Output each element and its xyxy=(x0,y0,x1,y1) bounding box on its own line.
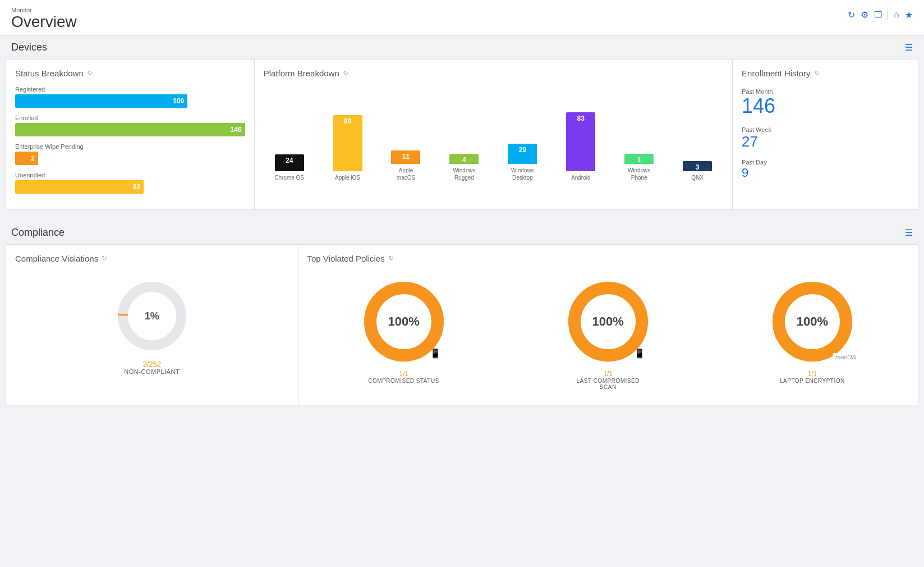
violations-stat-label: NON-COMPLIANT xyxy=(124,368,180,375)
chrome-value: 24 xyxy=(286,157,293,164)
platform-breakdown-card: Platform Breakdown ↻ 24 Chrome OS 80 App… xyxy=(255,60,733,209)
qnx-value: 3 xyxy=(696,163,700,171)
policy-laptop-encryption: 100% macOS 1/1 LAPTOP ENCRYPTION xyxy=(767,277,857,390)
android-icon-2: 📱 xyxy=(634,348,645,359)
registered-value: 109 xyxy=(173,97,184,105)
chrome-label: Chrome OS xyxy=(274,174,304,181)
top-violated-title: Top Violated Policies ↻ xyxy=(307,254,909,263)
macos-badge: macOS xyxy=(833,353,858,361)
win-rugged-label: WindowsRugged xyxy=(453,167,476,181)
devices-section-header: Devices ☰ xyxy=(0,36,924,59)
policy1-pct: 100% xyxy=(388,314,419,329)
compliance-cards: Compliance Violations ↻ 1% 3/252 NON-COM… xyxy=(6,244,918,405)
violations-donut-wrapper: 1% 3/252 NON-COMPLIANT xyxy=(15,271,289,381)
policy3-pct: 100% xyxy=(797,314,828,329)
registered-bar: 109 xyxy=(15,94,245,108)
export-icon[interactable]: ❐ xyxy=(874,10,882,20)
enrollment-past-day: Past Day 9 xyxy=(742,157,909,187)
enrollment-past-week: Past Week 27 xyxy=(742,124,909,157)
home-icon[interactable]: ⌂ xyxy=(894,10,899,20)
unenrolled-label: Unenrolled xyxy=(15,172,245,179)
platform-refresh-icon[interactable]: ↻ xyxy=(343,69,348,77)
enrollment-history-title: Enrollment History ↻ xyxy=(742,68,909,78)
compliance-section-header: Compliance ☰ xyxy=(0,221,924,244)
policy-compromised-status: 100% 📱 1/1 COMPROMISED STATUS xyxy=(359,277,449,390)
top-violated-policies-card: Top Violated Policies ↻ 100% 📱 xyxy=(298,245,918,405)
status-refresh-icon[interactable]: ↻ xyxy=(87,69,93,77)
enterprise-label: Enterprise Wipe Pending xyxy=(15,143,245,150)
violations-refresh-icon[interactable]: ↻ xyxy=(102,254,107,262)
platform-bar-chart: 24 Chrome OS 80 Apple iOS 11 ApplemacOS xyxy=(264,86,723,198)
compliance-menu-icon[interactable]: ☰ xyxy=(905,227,913,238)
past-day-value: 9 xyxy=(742,167,909,179)
devices-menu-icon[interactable]: ☰ xyxy=(905,42,913,53)
bar-col-qnx: 3 QNX xyxy=(672,161,723,181)
compliance-section: Compliance ☰ Compliance Violations ↻ 1% xyxy=(0,221,924,405)
macos-label: ApplemacOS xyxy=(397,167,415,181)
past-week-label: Past Week xyxy=(742,126,909,133)
past-month-value: 146 xyxy=(742,96,909,116)
violations-donut: 1% xyxy=(113,277,191,355)
policies-grid: 100% 📱 1/1 COMPROMISED STATUS xyxy=(307,271,909,396)
win-rugged-value: 4 xyxy=(462,156,466,164)
policy3-donut-container: 100% macOS xyxy=(767,277,857,367)
policy1-label: COMPROMISED STATUS xyxy=(368,378,439,384)
top-header: Monitor Overview ↻ ⚙ ❐ ⌂ ★ xyxy=(0,0,924,36)
ios-value: 80 xyxy=(344,117,351,125)
enrollment-history-card: Enrollment History ↻ Past Month 146 Past… xyxy=(733,60,918,209)
platform-breakdown-title: Platform Breakdown ↻ xyxy=(264,68,723,78)
policy1-donut-container: 100% 📱 xyxy=(359,277,449,367)
bar-col-win-desktop: 29 WindowsDesktop xyxy=(497,144,548,181)
devices-cards: Status Breakdown ↻ Registered 109 Enroll… xyxy=(6,59,918,210)
enrolled-label: Enrolled xyxy=(15,115,245,121)
refresh-icon[interactable]: ↻ xyxy=(848,10,855,20)
policy3-stat: 1/1 xyxy=(808,370,817,378)
unenrolled-value: 82 xyxy=(133,183,140,191)
bar-col-win-phone: 1 WindowsPhone xyxy=(613,154,665,181)
qnx-label: QNX xyxy=(691,174,704,181)
page-title: Overview xyxy=(11,13,77,31)
divider xyxy=(888,9,888,20)
settings-icon[interactable]: ⚙ xyxy=(861,10,868,20)
violations-stat: 3/252 xyxy=(142,360,161,368)
enrolled-bar: 146 xyxy=(15,123,245,136)
past-day-label: Past Day xyxy=(742,159,909,166)
unenrolled-bar: 82 xyxy=(15,180,245,194)
bar-col-android: 83 Android xyxy=(555,112,606,181)
status-breakdown-title: Status Breakdown ↻ xyxy=(15,68,245,78)
win-phone-value: 1 xyxy=(637,156,641,164)
bar-col-win-rugged: 4 WindowsRugged xyxy=(438,154,490,181)
header-left: Monitor Overview xyxy=(11,7,77,31)
devices-section: Devices ☰ Status Breakdown ↻ Registered … xyxy=(0,36,924,210)
policy2-label: LAST COMPROMISEDSCAN xyxy=(577,378,640,390)
enterprise-bar: 2 xyxy=(15,152,245,165)
enrolled-bar-item: Enrolled 146 xyxy=(15,115,245,136)
policy-last-compromised-scan: 100% 📱 1/1 LAST COMPROMISEDSCAN xyxy=(563,277,653,390)
unenrolled-bar-item: Unenrolled 82 xyxy=(15,172,245,194)
status-breakdown-card: Status Breakdown ↻ Registered 109 Enroll… xyxy=(6,60,255,209)
enrollment-refresh-icon[interactable]: ↻ xyxy=(814,69,820,77)
android-icon-1: 📱 xyxy=(430,348,441,359)
macos-value: 11 xyxy=(402,153,410,161)
compliance-violations-card: Compliance Violations ↻ 1% 3/252 NON-COM… xyxy=(6,245,298,405)
win-desktop-value: 29 xyxy=(519,146,526,154)
enrollment-past-month: Past Month 146 xyxy=(742,86,909,124)
ios-label: Apple iOS xyxy=(335,174,360,181)
policy1-center: 100% xyxy=(388,314,419,329)
violations-pct: 1% xyxy=(145,310,159,322)
bar-col-ios: 80 Apple iOS xyxy=(322,115,374,181)
policy3-label: LAPTOP ENCRYPTION xyxy=(780,378,845,384)
policy2-donut-container: 100% 📱 xyxy=(563,277,653,367)
star-icon[interactable]: ★ xyxy=(905,10,913,20)
registered-bar-item: Registered 109 xyxy=(15,86,245,108)
enrolled-value: 146 xyxy=(231,126,242,134)
policy2-stat: 1/1 xyxy=(603,370,613,378)
compliance-title: Compliance xyxy=(11,227,65,239)
past-month-label: Past Month xyxy=(742,88,909,95)
policy1-stat: 1/1 xyxy=(399,370,408,378)
devices-title: Devices xyxy=(11,42,47,53)
android-value: 83 xyxy=(577,115,585,122)
top-violated-refresh-icon[interactable]: ↻ xyxy=(388,254,394,262)
policy2-pct: 100% xyxy=(592,314,624,329)
bar-col-chrome: 24 Chrome OS xyxy=(264,154,315,181)
